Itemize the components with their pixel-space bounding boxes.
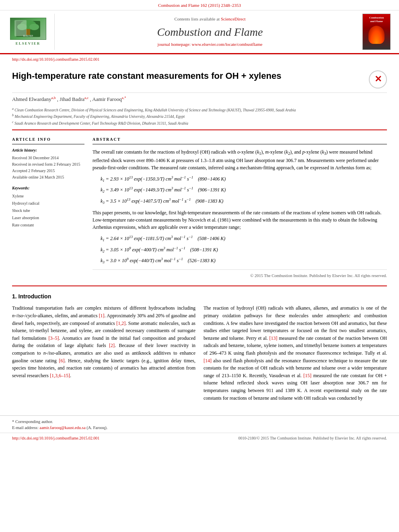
equation-1: k1 = 2.93 × 1013 exp(−1350.3/T) cm3 mol−…: [101, 175, 387, 184]
received-date: Received 30 December 2014: [12, 155, 84, 161]
keywords-header: Keywords:: [12, 185, 84, 191]
elsevier-logo-image: ELSEVIER: [10, 18, 46, 40]
elsevier-brand-text: ELSEVIER: [16, 41, 41, 46]
svg-point-3: [17, 24, 27, 30]
affiliation-a: a Clean Combustion Research Centre, Divi…: [12, 107, 387, 113]
author2-sup: a,c: [84, 96, 88, 100]
crossmark-icon: ✕: [374, 73, 382, 86]
elsevier-logo-svg: ELSEVIER: [14, 19, 42, 39]
journal-header: Combustion and Flame 162 (2015) 2348–235…: [0, 0, 399, 54]
keyword-shock-tube: Shock tube: [12, 207, 84, 214]
journal-homepage: journal homepage: www.elsevier.com/locat…: [158, 41, 263, 47]
page-footer: http://dx.doi.org/10.1016/j.combustflame…: [0, 433, 399, 444]
journal-meta: ELSEVIER ELSEVIER Contents lists availab…: [0, 10, 399, 53]
cover-flame-graphic: [368, 26, 385, 44]
author-email-link[interactable]: aamir.farooq@kaust.edu.sa: [39, 425, 85, 430]
article-doi: http://dx.doi.org/10.1016/j.combustflame…: [12, 54, 387, 64]
article-history-header: Article history:: [12, 148, 84, 153]
introduction-header: 1. Introduction: [12, 293, 387, 301]
intro-col-left: Traditional transportation fuels are com…: [12, 304, 195, 405]
introduction-section: 1. Introduction Traditional transportati…: [12, 286, 387, 411]
introduction-columns: Traditional transportation fuels are com…: [12, 304, 387, 405]
author2-name: , Jihad Badra: [57, 97, 84, 103]
intro-col-right: The reaction of hydroxyl (OH) radicals w…: [204, 304, 387, 405]
article-info-panel: ARTICLE INFO Article history: Received 3…: [12, 137, 84, 279]
abstract-paragraph2: This paper presents, to our knowledge, f…: [93, 209, 387, 231]
equation-5: k2 = 3.05 × 109 exp(−400/T) cm3 mol−1 s−…: [101, 245, 387, 255]
cover-thumbnail: Combustion and Flame: [362, 14, 391, 50]
affiliation-b: b Mechanical Engineering Department, Fac…: [12, 113, 387, 119]
crossmark-inner: ✕: [369, 70, 387, 88]
cover-title: Combustion and Flame: [369, 16, 384, 23]
journal-center: Contents lists available at ScienceDirec…: [60, 14, 360, 50]
intro-paragraph1: Traditional transportation fuels are com…: [12, 304, 195, 379]
abstract-header: ABSTRACT: [93, 137, 387, 144]
equation-3: k3 = 3.5 × 1013 exp(−1407.5/T) cm3 mol−1…: [101, 197, 387, 206]
abstract-copyright: © 2015 The Combustion Institute. Publish…: [93, 269, 387, 279]
abstract-panel: ABSTRACT The overall rate constants for …: [93, 137, 387, 279]
author3-name: , Aamir Farooq: [90, 97, 122, 103]
abstract-paragraph1: The overall rate constants for the react…: [93, 148, 387, 171]
svg-text:ELSEVIER: ELSEVIER: [23, 35, 33, 37]
affiliation-c: c Saudi Aramco Research and Development …: [12, 120, 387, 126]
email-line: E-mail address: aamir.farooq@kaust.edu.s…: [12, 425, 387, 431]
article-content: http://dx.doi.org/10.1016/j.combustflame…: [0, 54, 399, 411]
elsevier-logo-section: ELSEVIER ELSEVIER: [6, 14, 55, 50]
sciencedirect-link[interactable]: ScienceDirect: [221, 16, 246, 21]
article-info-header: ARTICLE INFO: [12, 137, 84, 144]
equation-2: k2 = 3.49 × 1013 exp(−1449.3/T) cm3 mol−…: [101, 185, 387, 195]
keyword-xylene: Xylene: [12, 193, 84, 200]
affiliations: a Clean Combustion Research Centre, Divi…: [12, 105, 387, 130]
revised-date: Received in revised form 2 February 2015: [12, 161, 84, 168]
corresponding-author-note: * Corresponding author.: [12, 419, 387, 425]
footer-doi-link[interactable]: http://dx.doi.org/10.1016/j.combustflame…: [12, 435, 99, 441]
footnote-section: * Corresponding author. E-mail address: …: [0, 415, 399, 432]
article-title-section: High-temperature rate constant measureme…: [12, 64, 387, 93]
author1-sup: a,b: [51, 96, 56, 100]
article-title: High-temperature rate constant measureme…: [12, 70, 365, 82]
keyword-laser: Laser absorption: [12, 214, 84, 222]
article-info-abstract-section: ARTICLE INFO Article history: Received 3…: [12, 130, 387, 286]
author3-sup: a,*: [122, 96, 126, 100]
equation-6: k3 = 3.0 × 109 exp(−440/T) cm3 mol−1 s−1…: [101, 256, 387, 265]
available-date: Available online 24 March 2015: [12, 174, 84, 181]
journal-cover-image: Combustion and Flame: [360, 14, 393, 50]
homepage-link[interactable]: combustflame: [237, 42, 262, 47]
author1-name: Ahmed Elwardany: [12, 97, 51, 103]
svg-rect-2: [26, 29, 30, 35]
footer-issn: 0010-2180/© 2015 The Combustion Institut…: [238, 435, 387, 441]
authors-line: Ahmed Elwardanya,b , Jihad Badraa,c , Aa…: [12, 93, 387, 105]
journal-reference-bar: Combustion and Flame 162 (2015) 2348–235…: [0, 0, 399, 10]
keyword-rate: Rate constant: [12, 222, 84, 229]
crossmark-badge[interactable]: ✕: [369, 70, 387, 88]
intro-paragraph2: The reaction of hydroxyl (OH) radicals w…: [204, 304, 387, 402]
contents-available-line: Contents lists available at ScienceDirec…: [174, 16, 245, 22]
journal-title: Combustion and Flame: [157, 24, 263, 40]
keyword-hydroxyl: Hydroxyl radical: [12, 200, 84, 207]
svg-point-4: [29, 24, 39, 30]
accepted-date: Accepted 2 February 2015: [12, 168, 84, 174]
equation-4: k1 = 2.64 × 1013 exp(−1181.5/T) cm3 mol−…: [101, 234, 387, 243]
journal-ref: Combustion and Flame 162 (2015) 2348–235…: [158, 3, 241, 8]
